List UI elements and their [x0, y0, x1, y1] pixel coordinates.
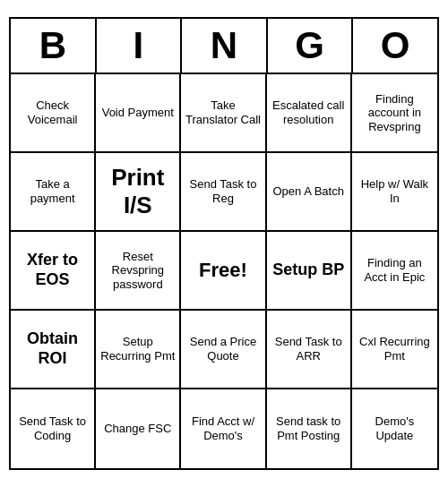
bingo-cell[interactable]: Change FSC	[96, 389, 181, 468]
bingo-cell[interactable]: Send task to Pmt Posting	[267, 389, 352, 468]
bingo-cell[interactable]: Find Acct w/ Demo's	[181, 389, 266, 468]
bingo-grid: Check VoicemailVoid PaymentTake Translat…	[11, 74, 437, 468]
bingo-cell[interactable]: Cxl Recurring Pmt	[352, 311, 437, 389]
bingo-cell[interactable]: Check Voicemail	[11, 74, 96, 153]
bingo-cell[interactable]: Xfer to EOS	[11, 232, 96, 311]
bingo-cell[interactable]: Help w/ Walk In	[352, 153, 437, 232]
bingo-cell[interactable]: Take Translator Call	[181, 74, 266, 153]
bingo-cell[interactable]: Demo's Update	[352, 389, 437, 468]
bingo-letter: G	[268, 19, 354, 73]
bingo-letter: N	[182, 19, 268, 73]
bingo-cell[interactable]: Send a Price Quote	[181, 311, 266, 389]
bingo-card: BINGO Check VoicemailVoid PaymentTake Tr…	[9, 17, 439, 470]
bingo-cell[interactable]: Void Payment	[96, 74, 181, 153]
bingo-cell[interactable]: Reset Revspring password	[96, 232, 181, 311]
bingo-cell[interactable]: Obtain ROI	[11, 311, 96, 389]
bingo-cell[interactable]: Setup Recurring Pmt	[96, 311, 181, 389]
bingo-cell[interactable]: Setup BP	[267, 232, 352, 311]
bingo-cell[interactable]: Finding account in Revspring	[352, 74, 437, 153]
bingo-cell[interactable]: Open A Batch	[267, 153, 352, 232]
bingo-cell[interactable]: Escalated call resolution	[267, 74, 352, 153]
bingo-cell[interactable]: Take a payment	[11, 153, 96, 232]
bingo-cell[interactable]: Send Task to ARR	[267, 311, 352, 389]
bingo-letter: O	[353, 19, 437, 73]
bingo-cell[interactable]: Free!	[181, 232, 266, 311]
bingo-cell[interactable]: Send Task to Coding	[11, 389, 96, 468]
bingo-header: BINGO	[11, 19, 437, 74]
bingo-cell[interactable]: Finding an Acct in Epic	[352, 232, 437, 311]
bingo-cell[interactable]: Send Task to Reg	[181, 153, 266, 232]
bingo-letter: B	[11, 19, 97, 73]
bingo-cell[interactable]: Print I/S	[96, 153, 181, 232]
bingo-letter: I	[97, 19, 183, 73]
